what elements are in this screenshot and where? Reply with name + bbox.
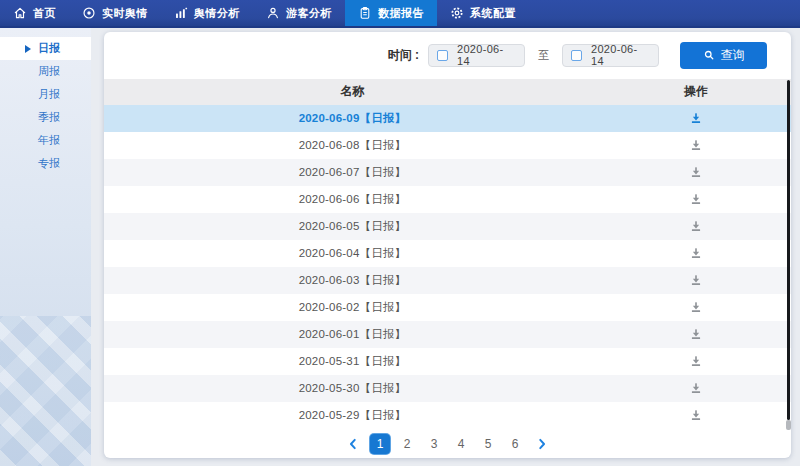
report-card: 时间 : 2020-06-14 至 2020-06-14 查询 名称 操作 20… bbox=[104, 32, 791, 458]
column-header-action: 操作 bbox=[601, 83, 791, 100]
report-name-link[interactable]: 2020-05-31【日报】 bbox=[104, 354, 601, 369]
prev-page-button[interactable] bbox=[343, 434, 363, 454]
nav-item-3[interactable]: 舆情分析 bbox=[161, 0, 253, 26]
report-name-link[interactable]: 2020-06-05【日报】 bbox=[104, 219, 601, 234]
table-row: 2020-05-31【日报】 bbox=[104, 348, 791, 375]
nav-item-label: 首页 bbox=[33, 6, 56, 21]
report-name-link[interactable]: 2020-05-30【日报】 bbox=[104, 381, 601, 396]
sidebar-item-3[interactable]: 月报 bbox=[0, 83, 91, 106]
report-name-link[interactable]: 2020-06-06【日报】 bbox=[104, 192, 601, 207]
sidebar-item-4[interactable]: 季报 bbox=[0, 106, 91, 129]
table-body: 2020-06-09【日报】 2020-06-08【日报】 2020-06-07… bbox=[104, 105, 791, 429]
time-label: 时间 : bbox=[388, 47, 419, 64]
table-header: 名称 操作 bbox=[104, 79, 791, 105]
download-icon[interactable] bbox=[689, 111, 703, 125]
clipboard-icon bbox=[358, 6, 372, 20]
download-icon[interactable] bbox=[689, 246, 703, 260]
table-row: 2020-06-01【日报】 bbox=[104, 321, 791, 348]
gear-icon bbox=[450, 6, 464, 20]
row-actions bbox=[601, 381, 791, 395]
download-icon[interactable] bbox=[689, 138, 703, 152]
calendar-icon bbox=[571, 50, 582, 61]
start-date-value: 2020-06-14 bbox=[457, 43, 516, 67]
report-name-link[interactable]: 2020-06-03【日报】 bbox=[104, 273, 601, 288]
end-date-input[interactable]: 2020-06-14 bbox=[562, 44, 659, 67]
download-icon[interactable] bbox=[689, 408, 703, 422]
to-label: 至 bbox=[538, 48, 549, 63]
sidebar-item-label: 年报 bbox=[38, 133, 60, 148]
download-icon[interactable] bbox=[689, 273, 703, 287]
page-button-4[interactable]: 4 bbox=[451, 434, 471, 454]
next-page-button[interactable] bbox=[532, 434, 552, 454]
calendar-icon bbox=[437, 50, 448, 61]
top-nav: 首页实时舆情舆情分析游客分析数据报告系统配置 bbox=[0, 0, 800, 28]
table-row: 2020-06-03【日报】 bbox=[104, 267, 791, 294]
download-icon[interactable] bbox=[689, 327, 703, 341]
table-row: 2020-05-30【日报】 bbox=[104, 375, 791, 402]
active-item-arrow-icon bbox=[25, 45, 31, 53]
query-button[interactable]: 查询 bbox=[680, 42, 767, 69]
download-icon[interactable] bbox=[689, 165, 703, 179]
table-row: 2020-06-08【日报】 bbox=[104, 132, 791, 159]
sidebar-item-6[interactable]: 专报 bbox=[0, 152, 91, 175]
report-name-link[interactable]: 2020-06-08【日报】 bbox=[104, 138, 601, 153]
end-date-value: 2020-06-14 bbox=[591, 43, 650, 67]
report-name-link[interactable]: 2020-06-02【日报】 bbox=[104, 300, 601, 315]
nav-item-4[interactable]: 游客分析 bbox=[253, 0, 345, 26]
nav-item-label: 数据报告 bbox=[378, 6, 424, 21]
page-button-6[interactable]: 6 bbox=[505, 434, 525, 454]
sidebar-item-label: 月报 bbox=[38, 87, 60, 102]
download-icon[interactable] bbox=[689, 300, 703, 314]
nav-item-6[interactable]: 系统配置 bbox=[437, 0, 529, 26]
row-actions bbox=[601, 300, 791, 314]
row-actions bbox=[601, 273, 791, 287]
page-button-3[interactable]: 3 bbox=[424, 434, 444, 454]
nav-item-1[interactable]: 首页 bbox=[0, 0, 69, 26]
page-button-2[interactable]: 2 bbox=[397, 434, 417, 454]
row-actions bbox=[601, 354, 791, 368]
report-name-link[interactable]: 2020-06-07【日报】 bbox=[104, 165, 601, 180]
nav-item-5[interactable]: 数据报告 bbox=[345, 0, 437, 26]
sidebar-items: 日报周报月报季报年报专报 bbox=[0, 28, 91, 175]
home-icon bbox=[13, 6, 27, 20]
nav-item-2[interactable]: 实时舆情 bbox=[69, 0, 161, 26]
report-name-link[interactable]: 2020-06-01【日报】 bbox=[104, 327, 601, 342]
nav-item-label: 实时舆情 bbox=[102, 6, 148, 21]
pagination: 123456 bbox=[104, 430, 791, 458]
table-row: 2020-05-29【日报】 bbox=[104, 402, 791, 429]
row-actions bbox=[601, 138, 791, 152]
sidebar-item-label: 专报 bbox=[38, 156, 60, 171]
row-actions bbox=[601, 408, 791, 422]
row-actions bbox=[601, 246, 791, 260]
download-icon[interactable] bbox=[689, 192, 703, 206]
download-icon[interactable] bbox=[689, 219, 703, 233]
download-icon[interactable] bbox=[689, 381, 703, 395]
row-actions bbox=[601, 165, 791, 179]
column-header-name: 名称 bbox=[104, 83, 601, 100]
report-name-link[interactable]: 2020-06-04【日报】 bbox=[104, 246, 601, 261]
row-actions bbox=[601, 111, 791, 125]
page-button-5[interactable]: 5 bbox=[478, 434, 498, 454]
report-name-link[interactable]: 2020-05-29【日报】 bbox=[104, 408, 601, 423]
bar-chart-icon bbox=[174, 6, 188, 20]
sidebar-item-label: 季报 bbox=[38, 110, 60, 125]
nav-item-label: 舆情分析 bbox=[194, 6, 240, 21]
report-name-link[interactable]: 2020-06-09【日报】 bbox=[104, 111, 601, 126]
main-content: 时间 : 2020-06-14 至 2020-06-14 查询 名称 操作 20… bbox=[91, 28, 800, 466]
sidebar-item-2[interactable]: 周报 bbox=[0, 60, 91, 83]
table-row: 2020-06-07【日报】 bbox=[104, 159, 791, 186]
row-actions bbox=[601, 192, 791, 206]
sidebar-item-label: 周报 bbox=[38, 64, 60, 79]
search-icon bbox=[703, 49, 715, 61]
table-row: 2020-06-09【日报】 bbox=[104, 105, 791, 132]
user-icon bbox=[266, 6, 280, 20]
sidebar-item-1[interactable]: 日报 bbox=[0, 37, 91, 60]
start-date-input[interactable]: 2020-06-14 bbox=[428, 44, 525, 67]
sidebar: 日报周报月报季报年报专报 bbox=[0, 28, 91, 466]
sidebar-item-5[interactable]: 年报 bbox=[0, 129, 91, 152]
page-button-1[interactable]: 1 bbox=[370, 434, 390, 454]
row-actions bbox=[601, 219, 791, 233]
sidebar-item-label: 日报 bbox=[38, 41, 60, 56]
download-icon[interactable] bbox=[689, 354, 703, 368]
table-scrollbar[interactable] bbox=[787, 80, 790, 420]
